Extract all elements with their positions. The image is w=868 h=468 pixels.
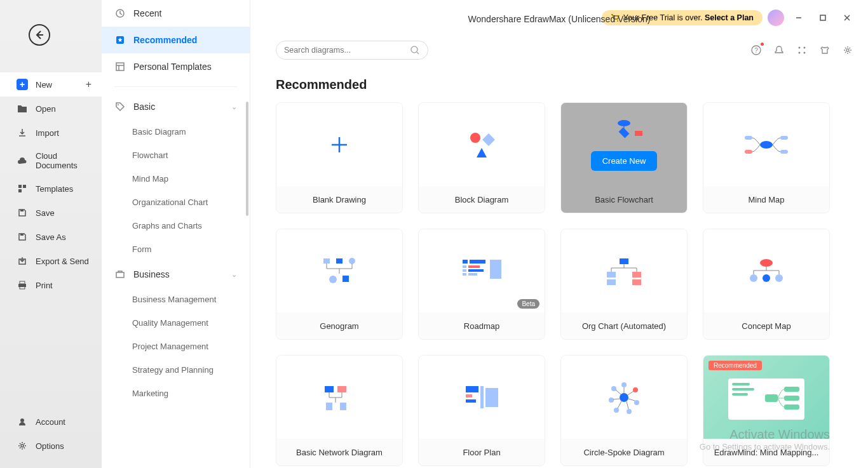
back-button[interactable] [29,24,50,46]
nav-label: Save As [36,232,66,242]
template-card[interactable]: BetaRoadmap [418,229,545,340]
cat-recommended[interactable]: Recommended [102,27,250,53]
create-new-button[interactable]: Create New [591,151,658,171]
apps-icon[interactable] [796,44,808,57]
cat-sub-strategy[interactable]: Strategy and Planning [102,358,250,382]
cat-sub-basic-diagram[interactable]: Basic Diagram [102,120,250,144]
svg-rect-29 [618,128,629,138]
svg-rect-54 [632,279,641,285]
svg-rect-37 [336,258,342,264]
svg-rect-65 [466,394,472,398]
svg-text:?: ? [754,47,758,54]
cat-personal[interactable]: Personal Templates [102,53,250,80]
nav-export[interactable]: Export & Send [0,249,102,273]
nav-label: Account [36,417,65,427]
svg-point-28 [618,120,630,126]
template-card[interactable]: Create NewBasic Flowchart [560,102,688,213]
template-card[interactable]: Circle-Spoke Diagram [560,355,688,466]
cat-sub-flowchart[interactable]: Flowchart [102,144,250,167]
close-button[interactable] [837,8,857,27]
svg-rect-36 [323,258,330,264]
search-box[interactable] [276,41,428,60]
cat-group-business[interactable]: Business ⌄ [102,261,250,288]
cat-recent[interactable]: Recent [102,0,250,27]
svg-rect-59 [325,386,334,392]
svg-rect-61 [326,403,332,410]
nav-label: Export & Send [36,257,89,266]
template-card[interactable]: Mind Map [703,102,830,213]
cat-sub-graphs[interactable]: Graphs and Charts [102,214,250,237]
nav-templates[interactable]: Templates [0,177,102,201]
nav-save[interactable]: Save [0,201,102,225]
template-card[interactable]: Concept Map [703,229,830,340]
nav-print[interactable]: Print [0,273,102,297]
nav-cloud[interactable]: Cloud Documents [0,145,102,177]
card-preview [561,229,687,312]
bell-icon[interactable] [773,44,785,57]
nav-account[interactable]: Account [0,410,102,434]
template-card[interactable]: Basic Network Diagram [276,355,403,466]
cat-sub-orgchart[interactable]: Organizational Chart [102,191,250,214]
beta-badge: Beta [517,299,539,309]
svg-point-22 [804,47,806,49]
template-card[interactable]: Blank Drawing [276,102,403,213]
card-label: Basic Network Diagram [276,439,402,465]
svg-rect-52 [632,272,641,277]
nav-saveas[interactable]: Save As [0,225,102,249]
settings-icon[interactable] [841,44,854,57]
card-label: Org Chart (Automated) [561,312,687,339]
cat-sub-mindmap[interactable]: Mind Map [102,167,250,191]
template-card[interactable]: Floor Plan [418,355,545,466]
svg-rect-4 [20,234,24,236]
left-sidebar: + New + Open Import Cloud Documents Temp… [0,0,102,468]
avatar[interactable] [768,10,784,26]
template-card[interactable]: Org Chart (Automated) [560,229,688,340]
svg-rect-14 [116,272,124,277]
cat-sub-marketing[interactable]: Marketing [102,382,250,405]
card-preview [276,356,402,439]
cat-sub-bizmgmt[interactable]: Business Management [102,288,250,311]
cat-group-basic[interactable]: Basic ⌄ [102,93,250,120]
search-icon[interactable] [410,45,420,55]
svg-point-68 [620,393,628,402]
nav-label: Open [36,104,56,114]
scrollbar[interactable] [246,102,248,216]
nav-label: Print [36,281,53,290]
add-plus-icon[interactable]: + [86,79,92,90]
svg-rect-64 [480,386,484,408]
cat-sub-quality[interactable]: Quality Management [102,311,250,335]
svg-point-31 [760,141,773,149]
template-card[interactable]: Genogram [276,229,403,340]
card-preview [561,356,687,439]
card-label: Floor Plan [419,439,545,465]
nav-open[interactable]: Open [0,97,102,121]
nav-import[interactable]: Import [0,121,102,145]
svg-rect-30 [635,131,642,136]
svg-rect-2 [18,189,22,192]
nav-new[interactable]: + New + [0,72,102,97]
chevron-down-icon: ⌄ [231,103,237,111]
svg-rect-44 [468,265,480,268]
cat-sub-form[interactable]: Form [102,237,250,261]
cat-label: Personal Templates [133,62,212,72]
minimize-button[interactable] [789,8,808,27]
svg-point-39 [329,276,337,283]
folder-icon [17,103,28,114]
svg-point-8 [20,418,24,422]
card-preview [703,103,829,186]
template-card[interactable]: Block Diagram [418,102,545,213]
card-preview [703,229,829,312]
maximize-button[interactable] [813,8,832,27]
help-icon[interactable]: ? [750,44,763,57]
nav-options[interactable]: Options [0,434,102,458]
shirt-icon[interactable] [818,44,831,57]
nav-label: Options [36,441,64,451]
category-panel: Recent Recommended Personal Templates Ba… [102,0,250,468]
nav-label: Cloud Documents [36,151,92,170]
template-card[interactable]: RecommendedEdrawMind: Mind Mapping... [703,355,830,466]
search-input[interactable] [284,46,410,55]
svg-rect-78 [732,388,754,391]
cat-sub-project[interactable]: Project Management [102,335,250,358]
section-title: Recommended [276,77,868,92]
card-label: Concept Map [703,312,829,339]
